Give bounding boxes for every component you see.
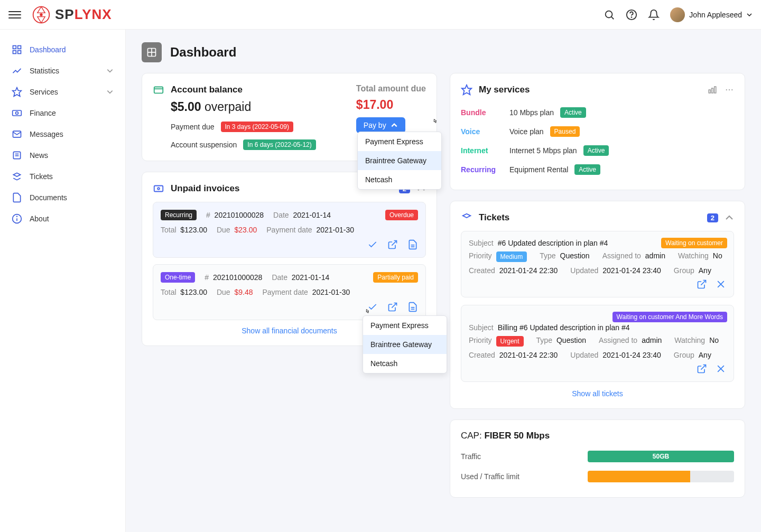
invoice-icon bbox=[153, 183, 164, 194]
priority-badge: Medium bbox=[496, 251, 527, 262]
service-row: Recurring Equipment Rental Active bbox=[461, 160, 734, 179]
brand-logo[interactable]: SPLYNX bbox=[32, 5, 112, 24]
nav-label: Services bbox=[30, 88, 99, 96]
mail-icon bbox=[12, 129, 22, 139]
nav-statistics[interactable]: Statistics bbox=[5, 60, 120, 81]
used-label: Used / Traffic limit bbox=[461, 472, 588, 481]
svg-point-5 bbox=[632, 17, 632, 17]
nav-label: News bbox=[30, 151, 114, 160]
logo-icon bbox=[32, 5, 51, 24]
close-icon[interactable] bbox=[716, 279, 726, 290]
cap-prefix: CAP: bbox=[461, 431, 484, 441]
external-link-icon[interactable] bbox=[387, 302, 398, 312]
payment-due-label: Payment due bbox=[171, 123, 215, 131]
card-title: Tickets bbox=[479, 212, 701, 223]
nav-label: Messages bbox=[30, 130, 114, 138]
ticket-count: 2 bbox=[707, 213, 718, 222]
svg-point-12 bbox=[16, 112, 18, 115]
external-link-icon[interactable] bbox=[387, 239, 398, 250]
chevron-down-icon bbox=[106, 67, 114, 74]
search-icon[interactable] bbox=[604, 9, 615, 21]
nav-label: Dashboard bbox=[30, 45, 114, 54]
svg-line-42 bbox=[701, 365, 706, 370]
pay-option-netcash[interactable]: Netcash bbox=[363, 354, 447, 373]
svg-marker-10 bbox=[13, 88, 22, 97]
svg-point-25 bbox=[157, 188, 160, 190]
svg-point-38 bbox=[731, 89, 732, 90]
traffic-bar: 50GB bbox=[588, 451, 734, 462]
pay-option-braintree[interactable]: Braintree Gateway bbox=[358, 151, 441, 170]
chart-icon[interactable] bbox=[708, 85, 717, 95]
check-icon[interactable] bbox=[367, 239, 378, 250]
wallet-icon bbox=[153, 84, 164, 96]
svg-rect-23 bbox=[154, 87, 163, 94]
user-menu[interactable]: John Appleseed bbox=[670, 7, 753, 22]
pay-by-button[interactable]: Pay by bbox=[356, 117, 405, 133]
cap-card: CAP: FIBER 50 Mbps Traffic 50GB Used / T… bbox=[450, 419, 745, 498]
nav-services[interactable]: Services bbox=[5, 81, 120, 102]
svg-rect-35 bbox=[714, 87, 716, 93]
external-link-icon[interactable] bbox=[697, 363, 707, 374]
ticket-item: Waiting on customer And More Words Subje… bbox=[461, 305, 734, 382]
nav-dashboard[interactable]: Dashboard bbox=[5, 39, 120, 60]
avatar bbox=[670, 7, 685, 22]
nav-documents[interactable]: Documents bbox=[5, 187, 120, 208]
invoice-item: One-time # 202101000028 Date 2021-01-14 … bbox=[153, 264, 426, 320]
service-name: 10 Mbps plan bbox=[509, 108, 554, 117]
show-all-tickets-link[interactable]: Show all tickets bbox=[461, 389, 734, 398]
more-icon[interactable] bbox=[725, 85, 734, 95]
service-name: Internet 5 Mbps plan bbox=[509, 146, 577, 155]
help-icon[interactable] bbox=[626, 9, 637, 21]
ticket-status-badge: Waiting on customer bbox=[661, 238, 727, 248]
pay-option-express[interactable]: Payment Express bbox=[363, 316, 447, 335]
close-icon[interactable] bbox=[716, 363, 726, 374]
svg-line-29 bbox=[392, 303, 396, 308]
cursor-icon bbox=[431, 118, 440, 126]
total-due-amount: $17.00 bbox=[356, 98, 426, 112]
nav-label: Tickets bbox=[30, 172, 114, 181]
pdf-icon[interactable] bbox=[407, 239, 418, 250]
service-row: Internet Internet 5 Mbps plan Active bbox=[461, 141, 734, 160]
external-link-icon[interactable] bbox=[697, 279, 707, 290]
brand-name-2: LYNX bbox=[75, 6, 112, 23]
info-icon bbox=[12, 213, 22, 224]
pay-option-netcash[interactable]: Netcash bbox=[358, 170, 441, 189]
invoice-status-badge: Partially paid bbox=[373, 272, 418, 283]
pay-by-dropdown: Payment Express Braintree Gateway Netcas… bbox=[357, 132, 442, 190]
service-row: Voice Voice plan Paused bbox=[461, 122, 734, 141]
pay-option-braintree[interactable]: Braintree Gateway bbox=[363, 335, 447, 354]
star-icon bbox=[461, 84, 472, 96]
service-type: Internet bbox=[461, 146, 503, 155]
payment-due-badge: In 3 days (2022-05-09) bbox=[221, 122, 293, 132]
invoice-type-badge: Recurring bbox=[161, 210, 197, 220]
chevron-up-icon[interactable] bbox=[725, 213, 734, 222]
nav-about[interactable]: About bbox=[5, 208, 120, 229]
sidebar: Dashboard Statistics Services Finance Me… bbox=[0, 30, 126, 532]
service-name: Voice plan bbox=[509, 127, 544, 136]
chevron-down-icon bbox=[106, 88, 114, 96]
chart-icon bbox=[12, 66, 22, 76]
svg-point-2 bbox=[606, 11, 612, 17]
nav-news[interactable]: News bbox=[5, 145, 120, 166]
svg-line-26 bbox=[392, 241, 396, 246]
nav-messages[interactable]: Messages bbox=[5, 124, 120, 145]
pay-option-express[interactable]: Payment Express bbox=[358, 132, 441, 151]
svg-rect-6 bbox=[13, 46, 16, 49]
service-name: Equipment Rental bbox=[509, 165, 568, 174]
account-balance-card: Account balance $5.00 overpaid Payment d… bbox=[142, 73, 437, 161]
nav-label: Finance bbox=[30, 109, 114, 117]
card-title: Account balance bbox=[171, 85, 356, 95]
nav-finance[interactable]: Finance bbox=[5, 102, 120, 124]
nav-tickets[interactable]: Tickets bbox=[5, 166, 120, 187]
svg-rect-24 bbox=[154, 186, 163, 192]
ticket-icon bbox=[12, 171, 22, 182]
svg-line-3 bbox=[611, 16, 614, 19]
ticket-status-badge: Waiting on customer And More Words bbox=[612, 312, 727, 322]
nav-label: About bbox=[30, 214, 114, 223]
bell-icon[interactable] bbox=[648, 9, 660, 21]
pdf-icon[interactable] bbox=[407, 302, 418, 312]
svg-point-36 bbox=[726, 89, 727, 90]
service-status: Active bbox=[560, 107, 586, 118]
menu-toggle[interactable] bbox=[8, 8, 21, 21]
used-bar: 35GB / 50GB bbox=[588, 471, 734, 482]
